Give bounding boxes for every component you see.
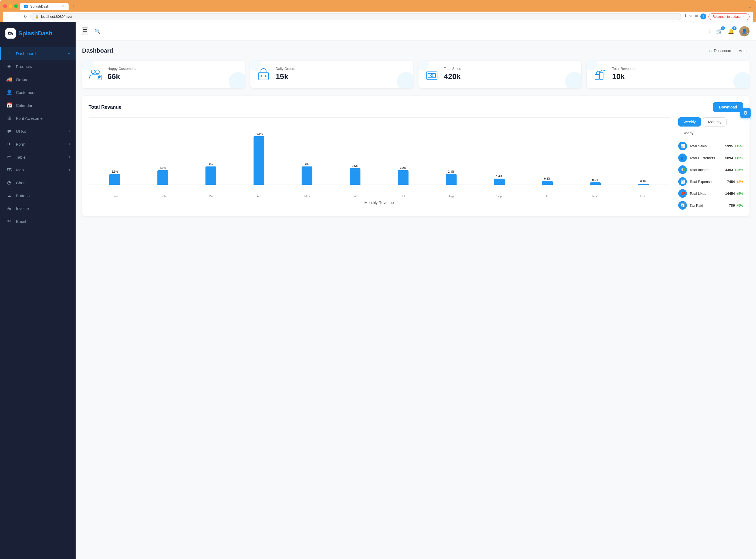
- bar[interactable]: [398, 170, 409, 185]
- browser-actions: ⬆ ☆ ▭ T Relaunch to update ⋮: [684, 14, 750, 20]
- sidebar-toggle-icon[interactable]: ▭: [695, 14, 698, 20]
- forward-button[interactable]: →: [15, 14, 21, 19]
- tax-paid-change: +5%: [737, 204, 743, 207]
- download-button[interactable]: Download: [713, 102, 743, 112]
- period-tabs: Weekly Monthly Yearly: [678, 117, 743, 137]
- bookmark-icon[interactable]: ☆: [689, 14, 693, 20]
- calendar-icon: 📅: [6, 102, 12, 108]
- bar-value: 4%: [209, 163, 213, 166]
- page-content: Dashboard ⌂ Dashboard II Admin: [75, 41, 756, 559]
- bar[interactable]: [109, 174, 120, 185]
- bar[interactable]: [157, 170, 168, 185]
- minimize-window-button[interactable]: [9, 4, 13, 8]
- month-label: Feb: [139, 195, 187, 198]
- map-icon: 🗺: [6, 167, 12, 173]
- new-tab-button[interactable]: +: [70, 2, 77, 10]
- bar[interactable]: [542, 181, 553, 185]
- menu-toggle-button[interactable]: ☰: [82, 27, 88, 35]
- chevron-right-icon: ›: [69, 168, 70, 172]
- stat-card-total-sales: Total Sales 420k: [418, 61, 581, 88]
- bar[interactable]: [590, 182, 601, 185]
- sidebar-item-buttons[interactable]: ☁ Buttons: [0, 189, 75, 202]
- sidebar-item-products[interactable]: ◈ Products: [0, 60, 75, 73]
- close-window-button[interactable]: [3, 4, 7, 8]
- bar[interactable]: [206, 166, 216, 185]
- address-bar: ← → ↻ 🔒 localhost:8080/mvc/ ⬆ ☆ ▭ T Rela…: [3, 12, 753, 22]
- share-icon[interactable]: ⬆: [684, 14, 687, 20]
- sidebar: 🛍 SplashDash ⌂ Dashboard ∨ ◈ Products 🚚 …: [0, 22, 75, 559]
- sidebar-item-form[interactable]: ✈ Form ›: [0, 138, 75, 151]
- stats-grid: Happy Customers 66k: [82, 61, 750, 88]
- filter-button[interactable]: ⫶: [709, 28, 711, 34]
- browser-tab[interactable]: S SplashDash ✕: [20, 3, 69, 10]
- month-label: Jun: [331, 195, 379, 198]
- total-revenue-info: Total Revenue 10k: [612, 67, 744, 81]
- stat-card-daily-orders: Daily Orders 15k: [250, 61, 413, 88]
- reload-button[interactable]: ↻: [23, 14, 28, 19]
- bar-value: 3.1%: [160, 166, 166, 170]
- back-button[interactable]: ←: [6, 14, 13, 19]
- relaunch-button-label: Relaunch to update: [713, 15, 741, 19]
- chevron-down-icon: ∨: [68, 52, 70, 55]
- month-label: Oct: [523, 195, 571, 198]
- settings-gear-button[interactable]: ⚙: [740, 108, 751, 118]
- chart-label: Monthly Revenue: [89, 200, 670, 205]
- total-expense-name: Total Expense: [690, 180, 725, 184]
- svg-point-8: [265, 75, 266, 77]
- sidebar-item-font-awesome[interactable]: ⊞ Font Awesome: [0, 112, 75, 125]
- breadcrumb-separator: II: [735, 49, 737, 53]
- sidebar-item-calendar[interactable]: 📅 Calendar: [0, 99, 75, 112]
- sidebar-item-map[interactable]: 🗺 Map ›: [0, 163, 75, 176]
- bar[interactable]: [350, 169, 361, 185]
- url-input[interactable]: 🔒 localhost:8080/mvc/: [30, 13, 682, 20]
- bar[interactable]: [494, 179, 505, 185]
- total-expense-value: 7454+2%: [727, 180, 743, 184]
- cart-button[interactable]: 🛒 3: [716, 28, 723, 35]
- sidebar-item-orders[interactable]: 🚚 Orders: [0, 73, 75, 86]
- tab-weekly[interactable]: Weekly: [678, 117, 701, 127]
- sidebar-item-dashboard[interactable]: ⌂ Dashboard ∨: [0, 47, 75, 60]
- revenue-section: Total Revanue Download: [82, 96, 750, 216]
- maximize-window-button[interactable]: [14, 4, 18, 8]
- month-label: May: [283, 195, 331, 198]
- sidebar-item-chart[interactable]: ◔ Chart: [0, 176, 75, 189]
- total-income-name: Total Income: [690, 168, 722, 172]
- sidebar-item-label: Form: [16, 142, 25, 147]
- stat-list-item: 📊Total Sales5995+15%: [678, 142, 743, 150]
- total-customers-value: 5894+15%: [725, 156, 743, 160]
- sidebar-item-label: Buttons: [16, 194, 30, 198]
- bar-group: 0.5%: [572, 117, 619, 185]
- bar[interactable]: [446, 174, 457, 185]
- relaunch-to-update-button[interactable]: Relaunch to update ⋮: [709, 14, 750, 20]
- avatar[interactable]: 👤: [739, 26, 750, 37]
- sidebar-item-ui-kit[interactable]: ⇌ UI Kit ›: [0, 125, 75, 138]
- sidebar-item-label: Map: [16, 167, 24, 172]
- bar-value: 0.5%: [592, 179, 599, 182]
- tab-monthly[interactable]: Monthly: [703, 117, 727, 127]
- bar-group: 0.8%: [524, 117, 571, 185]
- stat-card-total-revenue: Total Revenue 10k: [587, 61, 750, 88]
- bar[interactable]: [302, 166, 312, 185]
- bar[interactable]: [638, 184, 649, 185]
- search-button[interactable]: 🔍: [94, 28, 101, 34]
- sidebar-item-email[interactable]: ✉ Email ›: [0, 215, 75, 228]
- page-title: Dashboard: [82, 47, 113, 54]
- profile-icon[interactable]: T: [700, 14, 706, 19]
- month-label: Mar: [187, 195, 235, 198]
- svg-point-0: [91, 70, 95, 74]
- tax-paid-icon: 🔄: [678, 201, 687, 210]
- svg-point-16: [596, 73, 597, 74]
- sidebar-item-table[interactable]: ▭ Table ›: [0, 151, 75, 163]
- sidebar-item-invoice[interactable]: 🖨 Invoice: [0, 202, 75, 215]
- tab-yearly[interactable]: Yearly: [678, 129, 698, 137]
- chevron-down-icon[interactable]: ⌄: [747, 3, 753, 10]
- browser-chrome: S SplashDash ✕ + ⌄ ← → ↻ 🔒 localhost:808…: [0, 0, 756, 22]
- svg-rect-10: [428, 73, 435, 78]
- sidebar-item-customers[interactable]: 👤 Customers: [0, 86, 75, 99]
- stat-list-item: 💵Total Income4453+25%: [678, 165, 743, 174]
- close-tab-button[interactable]: ✕: [62, 5, 64, 8]
- notification-button[interactable]: 🔔 1: [728, 28, 734, 35]
- bar[interactable]: [254, 136, 264, 185]
- bar-group: 4%: [187, 117, 234, 185]
- stat-list-item: 🔄Tax Paid786+5%: [678, 201, 743, 210]
